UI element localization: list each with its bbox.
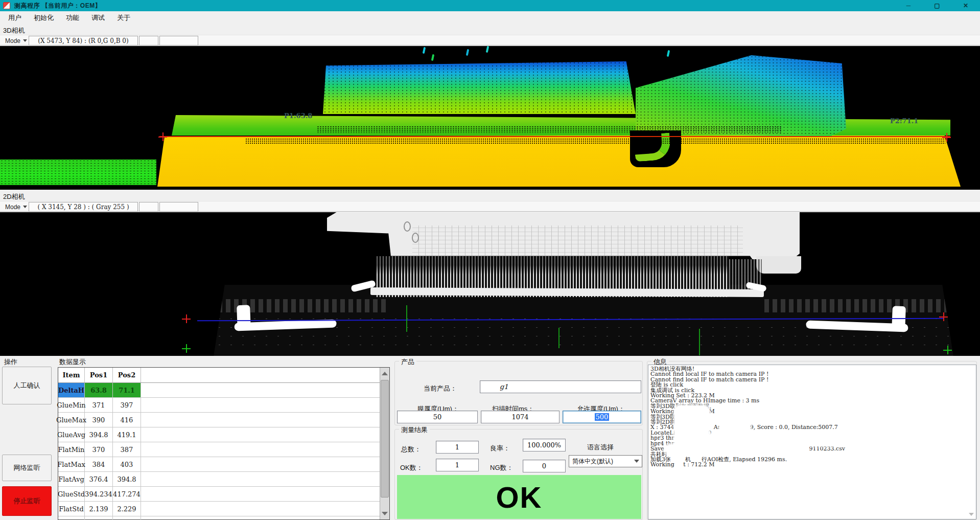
cell-pos1[interactable]: 394.234: [85, 487, 113, 501]
results-groupbox: 测量结果 总数： 1 良率： 100.000% 语言选择 OK数： 1 NG数：…: [394, 429, 643, 520]
data-table-body: DeltaH63.871.1GlueMin371397GlueMax390416…: [58, 383, 389, 520]
cell-item[interactable]: DeltaH: [58, 383, 85, 397]
menu-item-1[interactable]: 用户: [3, 12, 27, 24]
info-groupbox: 信息 3D相机没有网络!Cannot find local IF to matc…: [647, 361, 977, 520]
product-label: 产品: [399, 357, 416, 367]
cell-pos1[interactable]: 394.8: [85, 427, 113, 442]
menu-item-4[interactable]: 调试: [86, 12, 110, 24]
minimize-button[interactable]: ─: [894, 0, 923, 11]
menu-item-2[interactable]: 初始化: [29, 12, 59, 24]
window-title: 测高程序 【当前用户：OEM】: [14, 2, 101, 10]
camera3d-label: 3D相机: [3, 26, 25, 35]
cell-pos1[interactable]: 390: [85, 413, 113, 427]
cell-pos2[interactable]: 416: [113, 413, 141, 427]
yield-label: 良率：: [490, 444, 510, 453]
close-button[interactable]: ✕: [951, 0, 980, 11]
allow-thickness-field[interactable]: 500: [563, 411, 641, 423]
cell-pos1[interactable]: 376.4: [85, 472, 113, 486]
cell-pos1[interactable]: 63.8: [85, 383, 113, 397]
cell-item[interactable]: GlueMin: [58, 398, 85, 412]
result-status-panel: OK: [397, 475, 641, 519]
flex-pcb-tab: [756, 256, 801, 274]
menu-item-3[interactable]: 功能: [61, 12, 84, 24]
scroll-down-arrow-icon[interactable]: [969, 513, 974, 516]
table-row: DeltaH63.871.1: [58, 383, 389, 398]
table-row: FlatStd2.1392.229: [58, 502, 389, 516]
cell-pos2[interactable]: 397: [113, 398, 141, 412]
header-pos2[interactable]: Pos2: [113, 368, 141, 382]
green-tick: [699, 329, 700, 355]
camera2d-status-cell-2: [159, 202, 198, 212]
camera3d-status-cell-1: [139, 36, 158, 46]
yield-field[interactable]: 100.000%: [523, 439, 566, 451]
results-label: 测量结果: [399, 425, 430, 435]
pcb-ring-mark: [412, 233, 419, 243]
film-thickness-field[interactable]: 50: [397, 411, 478, 423]
cell-item[interactable]: GlueStd: [58, 487, 85, 501]
cell-pos2[interactable]: 7966.7: [113, 516, 141, 520]
maximize-button[interactable]: ▢: [923, 0, 951, 11]
cell-pos2[interactable]: 387: [113, 442, 141, 457]
redaction-patch: [692, 435, 935, 445]
table-row: GlueMax390416: [58, 413, 389, 427]
p1-annotation: P1:63.8: [284, 112, 312, 120]
cell-pos1[interactable]: 384: [85, 457, 113, 471]
heightmap-left-green-bar: [0, 160, 156, 185]
table-row: FlatMax384403: [58, 457, 389, 472]
cell-item[interactable]: FlatMin: [58, 442, 85, 457]
cell-pos2[interactable]: 71.1: [113, 383, 141, 397]
p2-annotation: P2:71.1: [890, 117, 918, 125]
height-map-3d[interactable]: P1:63.8 P2:71.1: [0, 46, 980, 190]
total-field[interactable]: 1: [436, 441, 479, 454]
ok-count-field[interactable]: 1: [436, 459, 479, 471]
cell-pos1[interactable]: 2.139: [85, 502, 113, 516]
cell-pos2[interactable]: 417.274: [113, 487, 141, 501]
menu-item-5[interactable]: 关于: [112, 12, 135, 24]
camera3d-toolstrip: Mode (X 5473, Y 84) : (R 0,G 0,B 0): [0, 35, 980, 46]
scroll-up-arrow-icon[interactable]: [382, 372, 388, 375]
cell-pos2[interactable]: 394.8: [113, 472, 141, 486]
camera2d-mode-button[interactable]: Mode: [2, 202, 30, 211]
cell-item[interactable]: FlatMax: [58, 457, 85, 471]
green-tick: [406, 305, 407, 332]
cell-pos1[interactable]: 2583.5: [85, 516, 113, 520]
cell-pos1[interactable]: 370: [85, 442, 113, 457]
scan-time-field[interactable]: 1074: [481, 411, 559, 423]
cell-pos2[interactable]: 2.229: [113, 502, 141, 516]
camera3d-mode-button[interactable]: Mode: [2, 36, 30, 45]
header-pos1[interactable]: Pos1: [85, 368, 113, 382]
crosshair-marker: [939, 312, 948, 321]
camera2d-label: 2D相机: [3, 192, 25, 201]
table-scrollbar[interactable]: [380, 368, 389, 519]
cell-pos2[interactable]: 419.1: [113, 427, 141, 442]
redaction-patch: [666, 445, 727, 454]
cell-item[interactable]: FlatAvg: [58, 472, 85, 486]
cell-item[interactable]: GlueAvg: [58, 427, 85, 442]
language-dropdown[interactable]: 简体中文(默认): [569, 455, 642, 467]
language-select-label: 语言选择: [587, 443, 614, 452]
cell-pos1[interactable]: 371: [85, 398, 113, 412]
header-item[interactable]: Item: [58, 368, 85, 382]
green-crosshair-marker: [943, 346, 952, 354]
log-box[interactable]: 3D相机没有网络!Cannot find local IF to match c…: [648, 365, 976, 519]
scrollbar-thumb[interactable]: [381, 380, 389, 498]
grayscale-image-2d[interactable]: [0, 212, 980, 356]
cell-item[interactable]: X: [58, 516, 85, 520]
green-tick: [558, 328, 559, 348]
ng-count-field[interactable]: 0: [523, 460, 566, 472]
stop-listen-button[interactable]: 停止监听: [2, 486, 52, 516]
scroll-down-arrow-icon[interactable]: [382, 512, 388, 515]
camera2d-coordinates: ( X 3145, Y 28 ) : ( Gray 255 ): [29, 202, 138, 212]
menu-bar: 用户初始化功能调试关于: [0, 11, 980, 25]
cell-item[interactable]: FlatStd: [58, 502, 85, 516]
camera3d-coordinates: (X 5473, Y 84) : (R 0,G 0,B 0): [29, 36, 138, 46]
data-table[interactable]: Item Pos1 Pos2 DeltaH63.871.1GlueMin3713…: [58, 367, 390, 520]
current-product-field[interactable]: g1: [480, 380, 641, 393]
network-listen-button[interactable]: 网络监听: [2, 455, 52, 481]
manual-confirm-button[interactable]: 人工确认: [2, 367, 52, 404]
noise-band-1: [317, 126, 782, 133]
cell-item[interactable]: GlueMax: [58, 413, 85, 427]
reference-red-line: [159, 136, 950, 137]
cell-pos2[interactable]: 403: [113, 457, 141, 471]
speck: [431, 54, 435, 61]
